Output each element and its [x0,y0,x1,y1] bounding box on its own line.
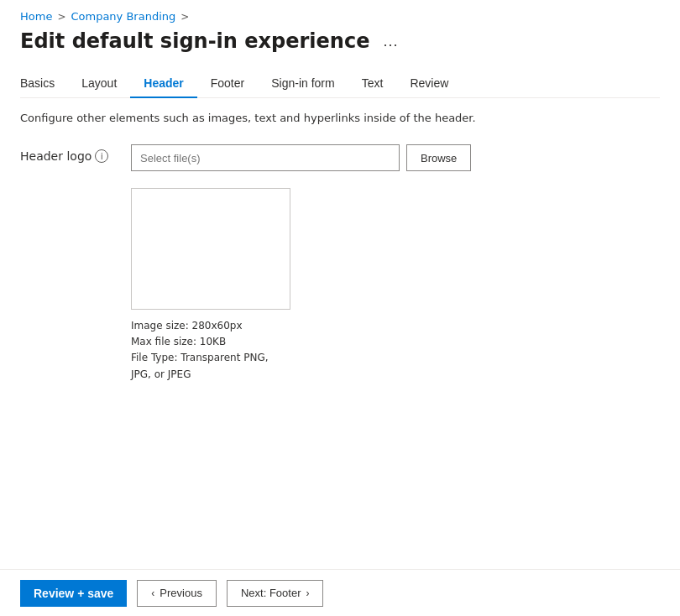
tab-text[interactable]: Text [348,70,397,98]
tab-review[interactable]: Review [396,70,462,98]
tab-layout[interactable]: Layout [68,70,130,98]
previous-button[interactable]: ‹ Previous [137,580,217,607]
chevron-left-icon: ‹ [151,587,154,599]
tab-footer[interactable]: Footer [197,70,258,98]
page-container: Home > Company Branding > Edit default s… [0,0,680,450]
chevron-right-icon: › [306,587,309,599]
image-filesize-info: Max file size: 10KB [131,334,660,350]
next-footer-button[interactable]: Next: Footer › [227,580,324,607]
review-save-button[interactable]: Review + save [20,580,127,607]
tab-bar: Basics Layout Header Footer Sign-in form… [20,70,660,98]
image-preview-box [131,188,290,310]
image-filetype-info-1: File Type: Transparent PNG, [131,350,660,366]
header-logo-info-icon[interactable]: i [95,149,108,163]
breadcrumb-sep1: > [57,11,65,23]
page-title-row: Edit default sign-in experience ... [20,29,660,53]
header-logo-field: Header logo i Browse [20,144,660,171]
section-description: Configure other elements such as images,… [20,112,660,124]
tab-basics[interactable]: Basics [20,70,68,98]
breadcrumb: Home > Company Branding > [20,10,660,23]
header-logo-label: Header logo i [20,144,121,163]
tab-header[interactable]: Header [130,70,196,98]
image-size-info: Image size: 280x60px [131,318,660,334]
browse-button[interactable]: Browse [406,144,471,171]
more-options-button[interactable]: ... [378,31,403,52]
image-filetype-info-2: JPG, or JPEG [131,367,660,383]
file-select-input[interactable] [131,144,400,171]
next-label: Next: Footer [241,587,301,599]
previous-label: Previous [160,587,202,599]
breadcrumb-company-branding[interactable]: Company Branding [71,10,175,23]
breadcrumb-sep2: > [180,11,189,23]
page-title: Edit default sign-in experience [20,29,369,53]
image-info: Image size: 280x60px Max file size: 10KB… [131,318,660,383]
footer-bar: Review + save ‹ Previous Next: Footer › [0,569,680,616]
file-input-area: Browse [131,144,471,171]
tab-signin-form[interactable]: Sign-in form [258,70,348,98]
breadcrumb-home[interactable]: Home [20,10,52,23]
image-preview-section: Image size: 280x60px Max file size: 10KB… [131,188,660,383]
